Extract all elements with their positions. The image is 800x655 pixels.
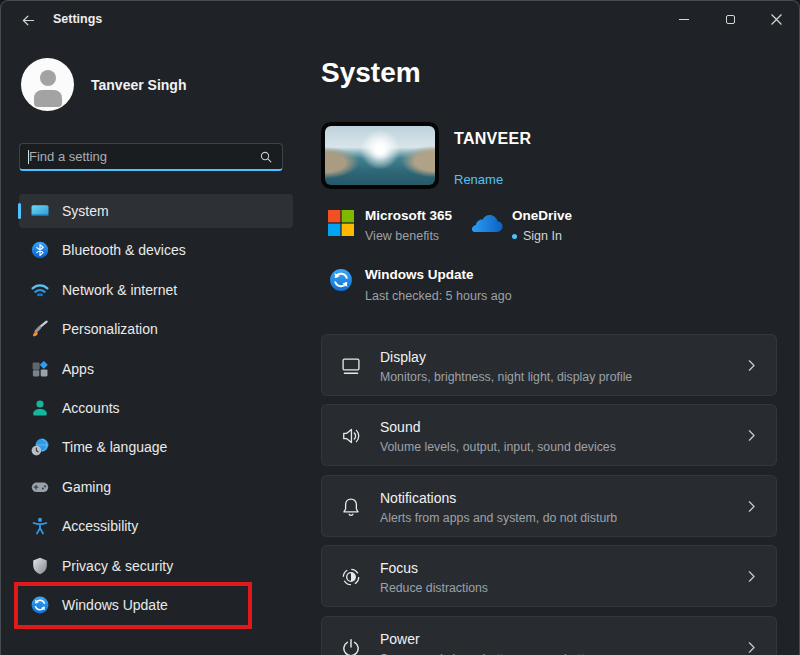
sidebar-item-accessibility[interactable]: Accessibility xyxy=(19,509,293,543)
windows-update-status-title: Windows Update xyxy=(365,267,474,282)
notifications-icon xyxy=(340,496,362,518)
sidebar-item-bluetooth-devices[interactable]: Bluetooth & devices xyxy=(19,233,293,267)
ms365-view-benefits-link[interactable]: View benefits xyxy=(365,229,439,243)
display-icon xyxy=(340,355,362,377)
sidebar-nav: SystemBluetooth & devicesNetwork & inter… xyxy=(19,194,293,627)
chevron-right-icon xyxy=(743,639,760,655)
card-subtitle: Reduce distractions xyxy=(380,581,488,595)
sidebar-item-label: Bluetooth & devices xyxy=(62,242,186,258)
ms365-title: Microsoft 365 xyxy=(365,208,452,223)
bluetooth-icon xyxy=(30,240,50,260)
card-subtitle: Screen and sleep, battery usage, battery… xyxy=(380,652,635,655)
card-subtitle: Monitors, brightness, night light, displ… xyxy=(380,370,632,384)
accounts-icon xyxy=(30,398,50,418)
sidebar-item-gaming[interactable]: Gaming xyxy=(19,470,293,504)
windows-update-icon xyxy=(328,267,354,293)
microsoft-logo-icon xyxy=(328,210,354,236)
sidebar-item-personalization[interactable]: Personalization xyxy=(19,312,293,346)
maximize-icon xyxy=(726,15,735,24)
windows-update-last-checked: Last checked: 5 hours ago xyxy=(365,289,512,303)
search-icon[interactable] xyxy=(259,150,273,164)
app-title: Settings xyxy=(53,12,102,26)
sidebar-item-label: Windows Update xyxy=(62,597,168,613)
chevron-right-icon xyxy=(743,357,760,374)
apps-icon xyxy=(30,359,50,379)
chevron-right-icon xyxy=(743,427,760,444)
settings-card-sound[interactable]: SoundVolume levels, output, input, sound… xyxy=(321,404,777,466)
minimize-button[interactable] xyxy=(661,1,707,37)
personalization-icon xyxy=(30,319,50,339)
sidebar-item-windows-update[interactable]: Windows Update xyxy=(19,588,293,622)
focus-icon xyxy=(340,566,362,588)
settings-card-power[interactable]: PowerScreen and sleep, battery usage, ba… xyxy=(321,616,777,655)
sidebar-item-apps[interactable]: Apps xyxy=(19,352,293,386)
sidebar-item-system[interactable]: System xyxy=(19,194,293,228)
sound-icon xyxy=(340,425,362,447)
back-button[interactable] xyxy=(13,7,43,33)
window-controls xyxy=(661,1,799,37)
device-name: TANVEER xyxy=(454,130,531,148)
sidebar-item-label: Network & internet xyxy=(62,282,177,298)
card-title: Display xyxy=(380,349,426,365)
time-language-icon xyxy=(30,437,50,457)
rename-link[interactable]: Rename xyxy=(454,172,503,187)
sidebar-item-label: Time & language xyxy=(62,439,167,455)
search-input[interactable] xyxy=(29,145,249,167)
close-icon xyxy=(771,14,782,25)
status-dot xyxy=(512,234,517,239)
sidebar-item-label: Apps xyxy=(62,361,94,377)
card-title: Focus xyxy=(380,560,418,576)
network-icon xyxy=(30,280,50,300)
sidebar-item-label: Personalization xyxy=(62,321,158,337)
card-title: Sound xyxy=(380,419,420,435)
accessibility-icon xyxy=(30,516,50,536)
avatar[interactable] xyxy=(21,58,74,111)
chevron-right-icon xyxy=(743,498,760,515)
windows-update-icon xyxy=(30,595,50,615)
onedrive-icon xyxy=(470,212,504,235)
onedrive-sign-in-link[interactable]: Sign In xyxy=(523,229,562,243)
close-button[interactable] xyxy=(753,1,799,37)
search-box[interactable] xyxy=(19,143,283,171)
back-arrow-icon xyxy=(20,12,37,29)
sidebar-item-label: Privacy & security xyxy=(62,558,173,574)
sidebar-item-network-internet[interactable]: Network & internet xyxy=(19,273,293,307)
wallpaper-preview xyxy=(325,126,435,185)
text-caret xyxy=(28,150,29,164)
settings-window: Settings Tanveer Singh SystemBluetooth &… xyxy=(0,0,800,655)
chevron-right-icon xyxy=(743,568,760,585)
system-icon xyxy=(30,201,50,221)
power-icon xyxy=(340,637,362,655)
sidebar-item-accounts[interactable]: Accounts xyxy=(19,391,293,425)
maximize-button[interactable] xyxy=(707,1,753,37)
card-title: Power xyxy=(380,631,420,647)
device-thumbnail xyxy=(321,122,439,189)
sidebar-item-label: System xyxy=(62,203,109,219)
sidebar-item-label: Accounts xyxy=(62,400,120,416)
selection-indicator xyxy=(18,203,21,219)
card-subtitle: Alerts from apps and system, do not dist… xyxy=(380,511,617,525)
user-name: Tanveer Singh xyxy=(91,77,186,93)
settings-card-display[interactable]: DisplayMonitors, brightness, night light… xyxy=(321,334,777,396)
sidebar-item-label: Gaming xyxy=(62,479,111,495)
sidebar-item-time-language[interactable]: Time & language xyxy=(19,430,293,464)
settings-card-notifications[interactable]: NotificationsAlerts from apps and system… xyxy=(321,475,777,537)
card-subtitle: Volume levels, output, input, sound devi… xyxy=(380,440,616,454)
gaming-icon xyxy=(30,477,50,497)
minimize-icon xyxy=(679,19,689,20)
privacy-icon xyxy=(30,556,50,576)
settings-card-list: DisplayMonitors, brightness, night light… xyxy=(321,334,777,655)
sidebar-item-privacy-security[interactable]: Privacy & security xyxy=(19,549,293,583)
onedrive-title: OneDrive xyxy=(512,208,572,223)
page-title: System xyxy=(321,57,421,89)
card-title: Notifications xyxy=(380,490,456,506)
settings-card-focus[interactable]: FocusReduce distractions xyxy=(321,545,777,607)
sidebar-item-label: Accessibility xyxy=(62,518,138,534)
